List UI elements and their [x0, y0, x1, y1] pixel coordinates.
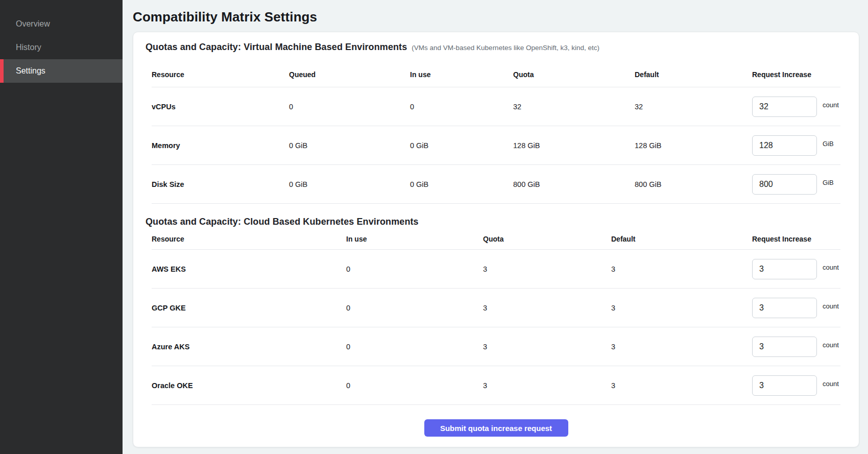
request-increase-input-aws-eks[interactable]: [752, 259, 817, 279]
table-row-vcpus: vCPUs 0 0 32 32 count: [152, 87, 840, 126]
cell-quota: 3: [483, 381, 611, 390]
cell-resource: AWS EKS: [152, 265, 346, 273]
table-row-azure-aks: Azure AKS 0 3 3 count: [152, 327, 840, 366]
column-header-in-use: In use: [410, 70, 513, 79]
cell-in-use: 0 GiB: [410, 180, 513, 188]
sidebar: Overview History Settings: [0, 0, 123, 454]
request-increase-input-oracle-oke[interactable]: [752, 375, 817, 396]
quota-settings-card: Quotas and Capacity: Virtual Machine Bas…: [133, 32, 859, 447]
main-content: Compatibility Matrix Settings Quotas and…: [123, 0, 868, 454]
cell-default: 3: [611, 265, 752, 273]
cell-in-use: 0: [346, 304, 483, 312]
table-row-disk-size: Disk Size 0 GiB 0 GiB 800 GiB 800 GiB Gi…: [152, 165, 840, 204]
section-title: Quotas and Capacity: Virtual Machine Bas…: [146, 40, 407, 54]
section-header-vm: Quotas and Capacity: Virtual Machine Bas…: [146, 40, 847, 54]
sidebar-nav: Overview History Settings: [0, 12, 123, 83]
column-header-quota: Quota: [513, 70, 635, 79]
unit-label: count: [823, 264, 839, 271]
column-header-resource: Resource: [152, 70, 289, 79]
request-increase-input-disk-size[interactable]: [752, 174, 817, 195]
sidebar-item-settings[interactable]: Settings: [0, 59, 123, 83]
request-increase-input-memory[interactable]: [752, 135, 817, 156]
cell-default: 3: [611, 304, 752, 312]
cloud-k8s-quota-table: Resource In use Quota Default Request In…: [152, 228, 840, 405]
sidebar-item-label: Overview: [16, 19, 50, 29]
cell-default: 3: [611, 381, 752, 390]
section-header-cloud-k8s: Quotas and Capacity: Cloud Based Kuberne…: [146, 215, 847, 228]
cell-queued: 0 GiB: [289, 180, 410, 188]
column-header-queued: Queued: [289, 70, 410, 79]
cell-in-use: 0: [346, 265, 483, 273]
cell-in-use: 0: [346, 343, 483, 351]
cell-quota: 128 GiB: [513, 141, 635, 150]
column-header-in-use: In use: [346, 235, 483, 243]
column-header-quota: Quota: [483, 235, 611, 243]
active-indicator: [0, 59, 4, 83]
unit-label: count: [823, 302, 839, 310]
unit-label: GiB: [823, 140, 834, 148]
vm-quota-table: Resource Queued In use Quota Default Req…: [152, 62, 840, 204]
table-row-memory: Memory 0 GiB 0 GiB 128 GiB 128 GiB GiB: [152, 126, 840, 165]
cell-default: 128 GiB: [635, 141, 752, 150]
cell-default: 3: [611, 343, 752, 351]
section-note: (VMs and VM-based Kubernetes like OpenSh…: [412, 44, 599, 52]
cell-quota: 3: [483, 343, 611, 351]
sidebar-item-label: History: [16, 43, 41, 52]
cell-resource: Memory: [152, 141, 289, 150]
column-header-default: Default: [611, 235, 752, 243]
cell-quota: 3: [483, 304, 611, 312]
page-title: Compatibility Matrix Settings: [133, 9, 859, 25]
unit-label: count: [823, 380, 839, 388]
column-header-resource: Resource: [152, 235, 346, 243]
request-increase-input-vcpus[interactable]: [752, 97, 817, 117]
cell-quota: 3: [483, 265, 611, 273]
request-increase-input-gcp-gke[interactable]: [752, 298, 817, 318]
cell-resource: Oracle OKE: [152, 381, 346, 390]
column-header-default: Default: [635, 70, 752, 79]
unit-label: count: [823, 341, 839, 349]
cell-resource: vCPUs: [152, 103, 289, 111]
cell-quota: 800 GiB: [513, 180, 635, 188]
submit-button-container: Submit quota increase request: [146, 419, 847, 437]
section-title: Quotas and Capacity: Cloud Based Kuberne…: [146, 215, 419, 228]
table-row-oracle-oke: Oracle OKE 0 3 3 count: [152, 366, 840, 405]
cell-in-use: 0 GiB: [410, 141, 513, 150]
sidebar-item-label: Settings: [16, 66, 45, 76]
cell-in-use: 0: [410, 103, 513, 111]
cell-resource: Azure AKS: [152, 343, 346, 351]
table-row-aws-eks: AWS EKS 0 3 3 count: [152, 250, 840, 289]
cell-resource: Disk Size: [152, 180, 289, 188]
unit-label: GiB: [823, 179, 834, 186]
table-header-row: Resource Queued In use Quota Default Req…: [152, 62, 840, 87]
submit-quota-increase-button[interactable]: Submit quota increase request: [424, 419, 568, 437]
column-header-request-increase: Request Increase: [752, 235, 840, 243]
sidebar-item-history[interactable]: History: [0, 36, 123, 59]
unit-label: count: [823, 101, 839, 109]
cell-queued: 0: [289, 103, 410, 111]
table-row-gcp-gke: GCP GKE 0 3 3 count: [152, 289, 840, 327]
cell-resource: GCP GKE: [152, 304, 346, 312]
cell-quota: 32: [513, 103, 635, 111]
request-increase-input-azure-aks[interactable]: [752, 337, 817, 357]
cell-default: 32: [635, 103, 752, 111]
sidebar-item-overview[interactable]: Overview: [0, 12, 123, 36]
cell-in-use: 0: [346, 381, 483, 390]
cell-default: 800 GiB: [635, 180, 752, 188]
cell-queued: 0 GiB: [289, 141, 410, 150]
column-header-request-increase: Request Increase: [752, 70, 840, 79]
table-header-row: Resource In use Quota Default Request In…: [152, 228, 840, 250]
